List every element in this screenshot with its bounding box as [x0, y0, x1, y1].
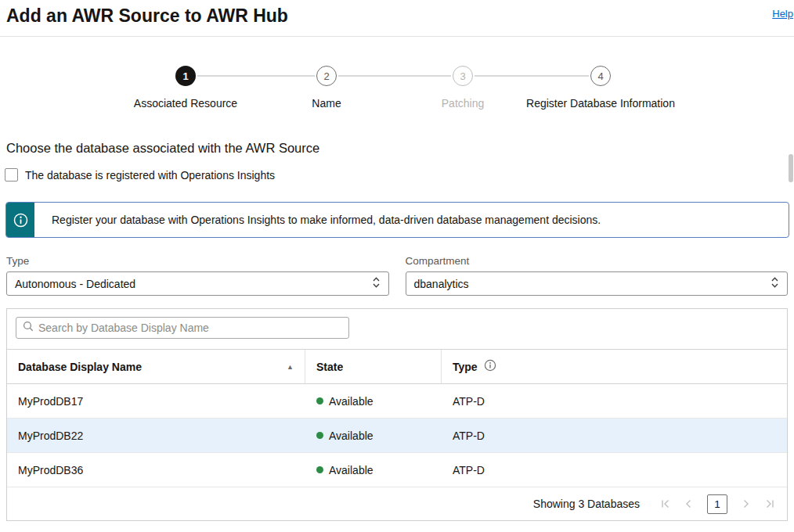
section-heading: Choose the database associated with the … — [6, 141, 319, 156]
info-icon — [6, 203, 34, 237]
step-4-indicator[interactable]: 4 — [590, 66, 611, 86]
search-box — [16, 317, 349, 339]
compartment-label: Compartment — [406, 255, 789, 267]
state-cell: Available — [305, 395, 442, 408]
step-1-label[interactable]: Associated Resource — [134, 97, 237, 110]
step-2-label[interactable]: Name — [312, 97, 341, 110]
type-select-value: Autonomous - Dedicated — [15, 278, 135, 290]
compartment-select[interactable]: dbanalytics — [406, 271, 789, 296]
compartment-filter: Compartment dbanalytics — [406, 255, 789, 296]
ops-insights-checkbox[interactable] — [5, 168, 18, 182]
info-tooltip-icon[interactable] — [484, 359, 496, 374]
pagination-last-button[interactable] — [762, 495, 778, 512]
stepper-connector — [197, 75, 315, 77]
type-cell: ATP-D — [442, 395, 787, 408]
pagination-first-button[interactable] — [657, 495, 673, 512]
filters-row: Type Autonomous - Dedicated Compartment … — [6, 255, 788, 296]
column-header-state: State — [305, 350, 442, 383]
table-row[interactable]: MyProdDB17 Available ATP-D — [7, 384, 787, 419]
type-cell: ATP-D — [442, 430, 787, 442]
page-title: Add an AWR Source to AWR Hub — [6, 5, 288, 27]
database-table-panel: Database Display Name ▲ State Type MyPro… — [6, 308, 788, 521]
step-3-label[interactable]: Patching — [442, 97, 484, 110]
available-status-icon — [316, 397, 323, 404]
state-label: Available — [329, 430, 374, 442]
wizard-stepper: 1 2 3 4 Associated Resource Name Patchin… — [0, 38, 794, 119]
pagination-current-page[interactable]: 1 — [707, 494, 727, 514]
step-3-indicator[interactable]: 3 — [453, 66, 473, 86]
stepper-connector — [338, 75, 451, 77]
search-icon — [23, 321, 34, 335]
column-header-label: Type — [453, 361, 478, 373]
row-count-summary: Showing 3 Databases — [533, 498, 640, 510]
search-row — [7, 309, 787, 349]
step-2-indicator[interactable]: 2 — [316, 66, 337, 86]
chevron-updown-icon — [771, 275, 779, 292]
table-row[interactable]: MyProdDB22 Available ATP-D — [7, 419, 787, 453]
state-label: Available — [329, 464, 374, 476]
page-header: Add an AWR Source to AWR Hub Help — [0, 0, 794, 37]
type-label: Type — [6, 255, 389, 267]
available-status-icon — [316, 466, 323, 473]
db-name-cell: MyProdDB36 — [7, 464, 305, 476]
step-1-indicator[interactable]: 1 — [175, 66, 196, 86]
stepper-connector — [475, 75, 589, 77]
db-name-cell: MyProdDB17 — [7, 395, 305, 408]
sort-ascending-icon: ▲ — [287, 363, 294, 371]
ops-insights-checkbox-row: The database is registered with Operatio… — [5, 168, 275, 182]
ops-insights-checkbox-label: The database is registered with Operatio… — [25, 169, 275, 182]
state-label: Available — [329, 395, 374, 408]
column-header-database-display-name[interactable]: Database Display Name ▲ — [7, 350, 305, 383]
compartment-select-value: dbanalytics — [414, 278, 469, 290]
search-input[interactable] — [38, 322, 342, 334]
state-cell: Available — [305, 430, 442, 442]
type-select[interactable]: Autonomous - Dedicated — [6, 271, 389, 296]
info-banner: Register your database with Operations I… — [5, 202, 789, 238]
chevron-updown-icon — [372, 275, 381, 292]
pagination-next-button[interactable] — [738, 495, 754, 512]
table-row[interactable]: MyProdDB36 Available ATP-D — [7, 453, 787, 487]
pagination-prev-button[interactable] — [680, 495, 696, 512]
type-cell: ATP-D — [442, 464, 787, 476]
column-header-label: Database Display Name — [18, 361, 142, 373]
column-header-label: State — [316, 361, 343, 373]
state-cell: Available — [305, 464, 442, 476]
step-4-label[interactable]: Register Database Information — [526, 97, 675, 110]
type-filter: Type Autonomous - Dedicated — [6, 255, 389, 296]
table-footer: Showing 3 Databases 1 — [7, 487, 787, 520]
scrollbar-thumb[interactable] — [789, 154, 793, 182]
column-header-type: Type — [442, 350, 787, 383]
available-status-icon — [316, 432, 323, 439]
info-banner-text: Register your database with Operations I… — [34, 203, 601, 237]
help-link[interactable]: Help — [772, 8, 793, 20]
db-name-cell: MyProdDB22 — [7, 430, 305, 442]
table-header: Database Display Name ▲ State Type — [7, 349, 787, 384]
